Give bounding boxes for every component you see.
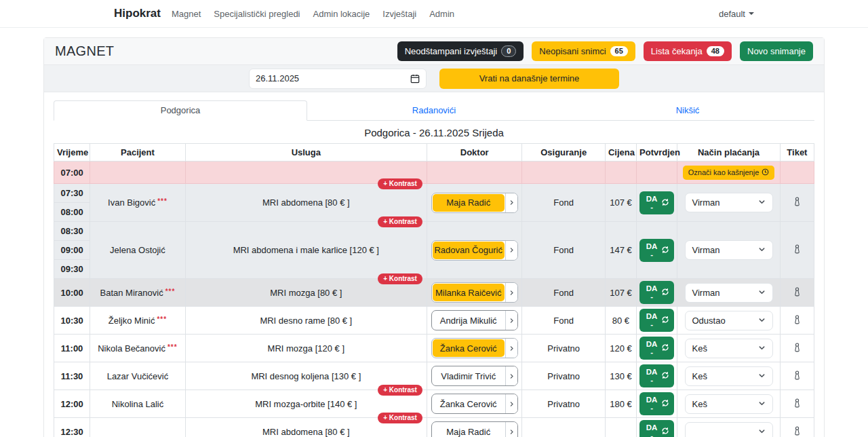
patient-name: Ivan Bigović [108, 197, 155, 208]
chevron-down-icon [758, 427, 766, 437]
unprinted-count-badge: 0 [501, 45, 516, 57]
appointment-row: 12:30MRI abdomena [80 € ]+ KontrastMaja … [54, 418, 814, 437]
doctor-button[interactable]: Radovan Čogurić [431, 240, 518, 261]
confirmed-toggle-button[interactable]: DA - [639, 191, 674, 214]
chevron-down-icon [758, 316, 766, 326]
doctor-name[interactable]: Milanka Raičević [433, 284, 505, 301]
patient-name: Jelena Ostojić [110, 245, 165, 255]
undescribed-scans-label: Neopisani snimci [539, 46, 606, 56]
doctor-menu-caret[interactable] [505, 283, 517, 302]
cell-time: 11:30 [54, 362, 90, 390]
profile-dropdown[interactable]: default [719, 9, 754, 19]
payment-select[interactable]: Keš [685, 366, 773, 386]
unprinted-reports-button[interactable]: Neodštampani izvještaji 0 [397, 41, 524, 61]
doctor-button[interactable]: Andrija Mikulić [431, 310, 518, 330]
cell-late-action: Označi kao kašnjenje [677, 162, 781, 184]
back-to-today-button[interactable]: Vrati na današnje termine [439, 69, 619, 89]
doctor-name[interactable]: Maja Radić [432, 422, 505, 437]
doctor-button[interactable]: Vladimir Trivić [431, 366, 518, 386]
patient-name: Batan Miranović [100, 288, 163, 298]
date-input-wrap [249, 69, 427, 89]
doctor-button[interactable]: Milanka Raičević [431, 282, 518, 303]
column-header-vrijeme: Vrijeme [54, 144, 90, 162]
ticket-icon[interactable] [793, 196, 802, 207]
cell-service: MRI desno rame [80 € ] [185, 307, 427, 335]
doctor-button[interactable]: Žanka Cerović [431, 338, 518, 358]
cell-time: 08:00 [54, 203, 90, 222]
doctor-menu-caret[interactable] [505, 422, 517, 437]
magnet-card: MAGNET Neodštampani izvještaji 0 Neopisa… [43, 37, 825, 437]
payment-value: Odustao [692, 316, 726, 326]
cell-confirmed: DA - [637, 279, 677, 307]
cell-payment: Keš [677, 390, 781, 418]
ticket-icon[interactable] [793, 244, 802, 254]
doctor-menu-caret[interactable] [505, 241, 517, 260]
tab-nik-i[interactable]: Nikšić [561, 100, 814, 121]
confirmed-toggle-button[interactable]: DA - [639, 239, 674, 262]
cell-confirmed: DA - [637, 307, 677, 335]
cell-patient: Nikola Bečanović*** [90, 335, 186, 362]
nav-link-admin-lokacije[interactable]: Admin lokacije [313, 9, 370, 19]
doctor-menu-caret[interactable] [505, 311, 517, 330]
waitlist-button[interactable]: Lista čekanja 48 [644, 41, 732, 61]
confirmed-toggle-button[interactable]: DA - [639, 364, 674, 387]
payment-value: Keš [692, 343, 707, 354]
ticket-icon[interactable] [793, 370, 802, 381]
confirmed-toggle-button[interactable]: DA - [639, 281, 674, 304]
nav-link-izvje-taji[interactable]: Izvještaji [382, 9, 416, 19]
doctor-menu-caret[interactable] [505, 394, 517, 413]
confirmed-toggle-button[interactable]: DA - [639, 420, 674, 437]
doctor-button[interactable]: Žanka Cerović [431, 394, 518, 414]
nav-link-magnet[interactable]: Magnet [172, 9, 201, 19]
payment-select[interactable]: Virman [685, 283, 773, 303]
ticket-icon[interactable] [793, 286, 802, 297]
doctor-name[interactable]: Radovan Čogurić [433, 242, 505, 259]
tab-radanovi-i[interactable]: Radanovići [307, 100, 561, 121]
confirmed-toggle-button[interactable]: DA - [639, 309, 674, 332]
cell-patient: Lazar Vučićević [90, 362, 186, 390]
service-name: MRI mozga [80 € ] [270, 288, 342, 298]
tab-podgorica[interactable]: Podgorica [54, 100, 307, 121]
nav-link-specijalisti-ki-pregledi[interactable]: Specijalistički pregledi [214, 9, 300, 19]
column-header-cijena: Cijena [605, 144, 636, 162]
cell-time: 09:00 [54, 241, 90, 260]
nav-link-admin[interactable]: Admin [429, 9, 454, 19]
patient-name: Lazar Vučićević [107, 371, 169, 381]
payment-select[interactable]: Odustao [685, 311, 773, 330]
ticket-icon[interactable] [793, 342, 802, 353]
payment-select[interactable]: Virman [685, 240, 773, 260]
doctor-name[interactable]: Andrija Mikulić [432, 311, 505, 330]
doctor-menu-caret[interactable] [505, 366, 517, 385]
payment-select[interactable]: Virman [685, 193, 773, 212]
page-title: MAGNET [55, 43, 114, 59]
doctor-name[interactable]: Maja Radić [433, 194, 505, 212]
ticket-icon[interactable] [793, 314, 802, 325]
confirmed-toggle-button[interactable]: DA - [639, 337, 674, 360]
cell-doctor: Andrija Mikulić [427, 307, 522, 335]
new-scan-label: Novo snimanje [747, 46, 806, 56]
doctor-menu-caret[interactable] [505, 339, 517, 358]
doctor-name[interactable]: Žanka Cerović [432, 394, 505, 413]
brand-hipokrat[interactable]: Hipokrat [114, 7, 161, 20]
undescribed-scans-button[interactable]: Neopisani snimci 65 [532, 41, 635, 61]
doctor-button[interactable]: Maja Radić [431, 421, 518, 437]
calendar-icon[interactable] [410, 74, 420, 83]
cell-ticket [780, 335, 814, 362]
date-input[interactable] [256, 73, 410, 83]
ticket-icon[interactable] [793, 398, 802, 408]
payment-select[interactable]: Keš [685, 394, 773, 414]
doctor-name[interactable]: Vladimir Trivić [432, 366, 505, 385]
cell-time: 07:00 [54, 162, 90, 184]
schedule-title: Podgorica - 26.11.2025 Srijeda [54, 127, 814, 138]
mark-late-button[interactable]: Označi kao kašnjenje [683, 166, 775, 180]
ticket-icon[interactable] [793, 425, 802, 436]
confirmed-toggle-button[interactable]: DA - [639, 392, 674, 415]
doctor-button[interactable]: Maja Radić [431, 193, 518, 213]
doctor-menu-caret[interactable] [505, 193, 517, 212]
doctor-name[interactable]: Žanka Cerović [433, 339, 505, 357]
cell-time: 08:30 [54, 222, 90, 241]
new-scan-button[interactable]: Novo snimanje [740, 41, 813, 61]
cell-ticket [780, 307, 814, 335]
payment-select[interactable] [685, 422, 773, 437]
payment-select[interactable]: Keš [685, 339, 773, 358]
